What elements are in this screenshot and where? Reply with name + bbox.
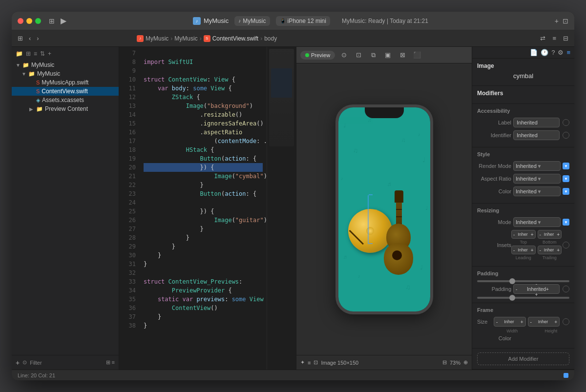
padding-radio[interactable] [563,286,569,292]
add-file-button[interactable]: + [16,359,20,367]
render-mode-field[interactable]: Inherited ▼ [513,161,561,171]
aspect-ratio-dropdown-btn[interactable]: ▼ [563,175,569,182]
inspector-help-icon[interactable]: ? [551,49,555,56]
tab-device[interactable]: 📱 iPhone 12 mini [276,16,330,26]
breadcrumb-root[interactable]: MyMusic [146,35,168,42]
preview-inspect-icon[interactable]: ⊡ [353,49,364,61]
inset-bottom-field[interactable]: - Inher + [538,230,562,239]
run-button[interactable]: ▶ [61,16,66,25]
insets-top-row: - Inher + - Inher + [511,230,562,239]
inset-leading-field[interactable]: - Inher + [511,246,536,254]
frame-height-field[interactable]: - Inher + [528,317,560,327]
toolbar-lines-icon[interactable]: ≡ [550,34,558,43]
frame-height-minus[interactable]: - [530,319,532,325]
frame-radio[interactable] [563,318,569,325]
guitar-image [381,194,418,282]
code-line-17: (contentMode: .fill) [144,137,263,145]
padding-minus[interactable]: - [516,287,527,292]
sidebar-folder-icon[interactable]: 📁 [16,50,23,57]
toolbar-split-icon[interactable]: ⇄ [538,34,547,43]
padding-slider-track-top[interactable] [477,280,569,282]
accessibility-identifier-field[interactable]: Inherited [513,130,560,140]
breadcrumb-symbol[interactable]: body [264,35,277,42]
preview-duplicate-icon[interactable]: ⧉ [367,49,379,61]
color-field[interactable]: Inherited ▼ [513,186,561,196]
height-sublabel: Height [533,329,570,333]
aspect-ratio-field[interactable]: Inherited ▼ [513,174,561,184]
padding-plus[interactable]: + [546,287,557,292]
frame-width-field[interactable]: - Inher + [494,317,526,327]
mode-dropdown-btn[interactable]: ▼ [563,219,569,226]
minimize-button[interactable] [26,18,32,24]
preview-layout-icon[interactable]: ⊠ [397,49,408,61]
breadcrumb-folder[interactable]: MyMusic [174,35,197,42]
tab-mymusic[interactable]: ♪ MyMusic [234,16,270,26]
sidebar-add-icon[interactable]: + [48,50,51,57]
color-dropdown-btn[interactable]: ▼ [563,188,569,195]
main-content: 📁 ⊞ ≡ ⇅ + ▼ 📁 MyMusic ▼ 📁 MyMusic [12,47,574,370]
padding-value: - Inherited + [527,281,546,297]
inset-bottom-plus[interactable]: + [557,232,560,237]
inset-leading-plus[interactable]: + [531,248,534,253]
toolbar-grid-icon[interactable]: ⊞ [16,34,25,43]
sidebar-sort-icon[interactable]: ⇅ [40,50,45,57]
code-line-14: .resizable() [144,110,263,119]
filter-label[interactable]: Filter [30,360,42,366]
padding-slider-track-bottom[interactable] [477,297,569,299]
sidebar-item-contentview[interactable]: ▶ S ContentView.swift [12,87,119,96]
render-mode-dropdown-btn[interactable]: ▼ [563,163,569,169]
frame-width-minus[interactable]: - [496,319,498,325]
accessibility-identifier-value: Inherited [517,132,538,138]
filter-icon: ⊙ [22,359,27,366]
preview-zoom-icon[interactable]: ⊟ [442,359,447,366]
style-title: Style [477,151,569,157]
frame-height-plus[interactable]: + [554,319,557,325]
tree-arrow-preview: ▶ [29,106,36,112]
inset-top-field[interactable]: - Inher + [511,230,536,239]
inspector-file-icon[interactable]: 📄 [530,49,538,56]
preview-live-button[interactable]: Preview [300,51,335,60]
inset-trailing-field[interactable]: - Inher + [538,246,562,254]
inspector-history-icon[interactable]: 🕐 [541,49,548,56]
toolbar-panel-icon[interactable]: ⊟ [561,34,570,43]
sidebar-item-preview-content[interactable]: ▶ 📁 Preview Content [12,104,119,113]
maximize-button[interactable] [35,18,41,24]
accessibility-label-field[interactable]: Inherited [513,118,560,127]
insets-radio[interactable] [563,242,569,248]
sidebar-toggle-icon[interactable]: ⊞ [49,17,57,25]
close-button[interactable] [18,18,23,24]
breadcrumb-file[interactable]: ContentView.swift [212,35,259,42]
add-tab-button[interactable]: + [555,17,559,25]
toolbar-forward-icon[interactable]: › [35,34,41,43]
sidebar-item-mymusic-root[interactable]: ▼ 📁 MyMusic [12,61,119,69]
sidebar-item-assets[interactable]: ▶ ◈ Assets.xcassets [12,96,119,104]
preview-canvas-icon[interactable]: ⬛ [411,49,423,61]
inspector-settings-icon[interactable]: ⚙ [558,49,564,56]
accessibility-label-radio[interactable] [563,119,569,126]
split-view-icon[interactable]: ⊡ [563,17,568,25]
inset-trailing-plus[interactable]: + [557,248,560,253]
padding-slider-thumb-bottom[interactable] [509,295,515,301]
sidebar-item-mymusicapp[interactable]: ▶ S MyMusicApp.swift [12,78,119,87]
padding-slider-thumb-top[interactable] [509,278,515,284]
sidebar-search-icon[interactable]: ⊞ [26,50,31,57]
padding-field[interactable]: - - Inherited + + [513,284,560,294]
sidebar-filter-icon[interactable]: ≡ [34,50,37,57]
preview-zoom-in-icon[interactable]: ⊕ [463,359,468,366]
sidebar-item-mymusic-folder[interactable]: ▼ 📁 MyMusic [12,69,119,78]
inspector-attributes-icon[interactable]: ≡ [566,49,570,56]
mode-field[interactable]: Inherited ▼ [513,217,561,227]
code-area[interactable]: import SwiftUI struct ContentView: View … [140,47,267,370]
preview-device-icon[interactable]: ▣ [382,49,394,61]
device-label: iPhone 12 mini [288,18,326,24]
toolbar-back-icon[interactable]: ‹ [27,34,33,43]
leading-sublabel: Leading [511,255,536,260]
accessibility-identifier-radio[interactable] [563,132,569,139]
preview-footer-label: Image 150×150 [321,360,358,366]
inset-top-plus[interactable]: + [531,232,534,237]
preview-zoom-level[interactable]: 73% [450,360,460,366]
preview-play-icon[interactable]: ⊙ [338,49,350,61]
add-modifier-button[interactable]: Add Modifier [477,352,569,365]
frame-width-plus[interactable]: + [521,319,523,325]
editor[interactable]: 7891011 1213141516 1718192021 2223242526… [119,47,296,370]
